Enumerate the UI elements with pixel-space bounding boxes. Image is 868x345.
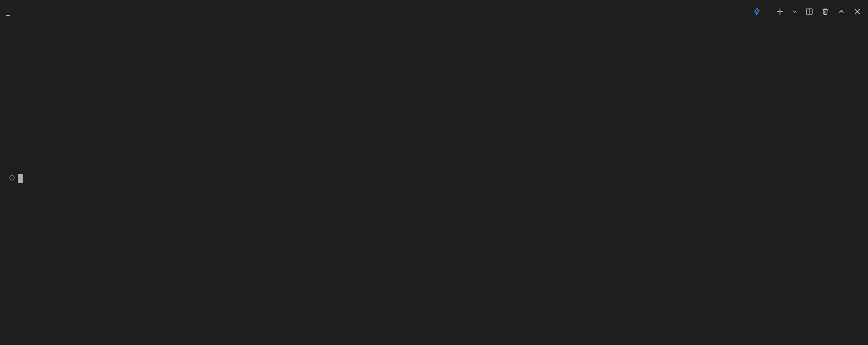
- terminal-output[interactable]: [0, 20, 868, 345]
- svg-point-6: [10, 175, 14, 180]
- tab-debug-console[interactable]: [22, 8, 26, 16]
- panel-tabs: [6, 8, 42, 16]
- cursor: [18, 174, 23, 183]
- close-icon[interactable]: [853, 7, 862, 16]
- tab-problems[interactable]: [38, 8, 42, 16]
- circle-icon: [7, 174, 17, 181]
- overview-ruler[interactable]: [864, 20, 868, 345]
- bolt-icon[interactable]: [752, 7, 761, 16]
- new-terminal-icon[interactable]: [776, 7, 784, 16]
- tab-terminal[interactable]: [6, 8, 10, 16]
- trash-icon[interactable]: [821, 7, 830, 16]
- split-terminal-icon[interactable]: [805, 7, 814, 16]
- panel-actions: [752, 7, 862, 16]
- panel-header: [0, 0, 868, 20]
- terminal-current-prompt[interactable]: [7, 174, 861, 183]
- chevron-down-icon[interactable]: [792, 7, 798, 16]
- chevron-up-icon[interactable]: [837, 7, 846, 16]
